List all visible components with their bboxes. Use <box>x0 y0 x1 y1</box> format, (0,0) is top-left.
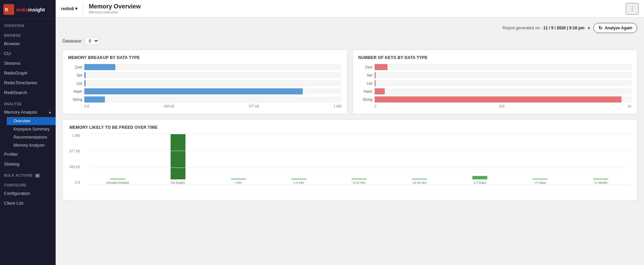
hbar-row-hash: Hash <box>68 88 342 94</box>
hbar-fill <box>84 96 105 102</box>
logo-text: redisinsight <box>16 7 45 12</box>
hbar-row-string: String <box>68 96 342 102</box>
sidebar-item-browser[interactable]: Browser <box>0 39 56 49</box>
vbar-already-expired: Already Expired <box>88 134 147 184</box>
vbar-x-label: Already Expired <box>106 181 129 184</box>
x-label: 1 MB <box>333 105 341 108</box>
hbar-track <box>84 96 342 102</box>
sidebar-item-memory-analysis[interactable]: Memory Analysis ▲ <box>0 107 56 117</box>
charts-row: MEMORY BREAKUP BY DATA TYPE Zset Set <box>62 50 637 114</box>
vbar-x-label: <1hr <box>235 181 241 184</box>
grid-line <box>88 134 630 134</box>
vbar-x-label: 12-24 Hrs <box>412 181 427 184</box>
vbar-bar <box>352 179 367 179</box>
hbar-label: String <box>68 97 82 101</box>
hbar-fill <box>84 72 86 78</box>
vbar-bar <box>472 176 487 179</box>
page-title-block: Memory Overview Memory overview <box>89 3 141 14</box>
vbar-bar <box>412 179 427 179</box>
vbar-x-label: 1-7 Days <box>473 181 486 184</box>
sidebar-item-recommendations[interactable]: Recommendations <box>7 133 56 141</box>
database-label: Database: <box>62 38 82 43</box>
logo: R redisinsight <box>0 0 56 19</box>
sidebar-item-configuration[interactable]: Configuration <box>0 188 56 198</box>
sidebar-item-profiler[interactable]: Profiler <box>0 149 56 159</box>
hbar-track <box>84 80 342 86</box>
sidebar-item-overview[interactable]: Overview <box>7 117 56 125</box>
hbar-fill <box>375 88 385 94</box>
report-dropdown-button[interactable]: ▾ <box>588 25 590 31</box>
x-label: 1K <box>627 105 632 108</box>
vbar-bar <box>593 179 608 179</box>
memory-breakup-chart: MEMORY BREAKUP BY DATA TYPE Zset Set <box>62 50 347 114</box>
sidebar-item-streams[interactable]: Streams <box>0 58 56 68</box>
chart3-area: 1 MB 977 kB 488 kB 0 B Already Expired <box>69 134 630 195</box>
chart1-bars: Zset Set List <box>68 64 342 108</box>
vbar-4-12hrs: 4-12 Hrs <box>329 134 388 184</box>
hbar-fill <box>84 80 86 86</box>
vbar-no-expiry: No Expiry <box>148 134 207 184</box>
section-analyse: ANALYSE <box>0 97 56 107</box>
hbar-track <box>375 72 632 78</box>
analyze-again-button[interactable]: ↻ Analyze Again <box>593 23 637 33</box>
sidebar: R redisinsight OVERVIEW BROWSE Browser C… <box>0 0 56 265</box>
hbar-label: String <box>358 97 373 101</box>
hbar-label: List <box>358 81 373 85</box>
chart2-bars: Zset Set List <box>358 64 632 108</box>
x-label: 0 B <box>84 105 89 108</box>
sidebar-item-cli[interactable]: CLI <box>0 49 56 58</box>
section-overview: OVERVIEW <box>0 19 56 29</box>
sidebar-item-memory-analyzer[interactable]: Memory Analyzer <box>7 141 56 149</box>
y-label: 977 kB <box>69 149 80 153</box>
vbar-1plus-month: >1 Month <box>571 134 630 184</box>
grid-line <box>88 184 630 185</box>
hbar-track <box>84 64 342 70</box>
chart2-x-axis: 0 500 1K <box>358 105 632 108</box>
x-label: 0 <box>375 105 377 108</box>
sidebar-item-redisearch[interactable]: RediSearch <box>0 88 56 97</box>
page-title: Memory Overview <box>89 3 141 10</box>
hbar-fill <box>375 80 376 86</box>
chart2-title: NUMBER OF KEYS BY DATA TYPE <box>358 55 632 60</box>
database-select[interactable]: 0 1 2 <box>85 37 99 45</box>
hbar-label: List <box>68 81 82 85</box>
memory-analysis-sub: Overview Keyspace Summary Recommendation… <box>0 117 56 149</box>
connection-label: redis6 <box>61 6 74 11</box>
vbar-12-24hrs: 12-24 Hrs <box>390 134 449 184</box>
hbar-label: Hash <box>358 89 373 93</box>
hbar-fill <box>375 64 387 70</box>
vbar-bar <box>533 179 548 179</box>
database-row: Database: 0 1 2 <box>62 37 637 45</box>
vbar-x-label: >1 Month <box>594 181 607 184</box>
vbar-bar <box>171 134 185 179</box>
sidebar-item-redistimeseries[interactable]: RedisTimeSeries <box>0 78 56 88</box>
connection-name[interactable]: redis6 ▾ <box>61 6 78 11</box>
report-bar: Report generated on - 11 / 5 / 2020 | 5:… <box>62 23 637 33</box>
hbar-label: Zset <box>358 65 373 69</box>
report-time: Report generated on - 11 / 5 / 2020 | 5:… <box>503 26 585 30</box>
y-label: 0 B <box>75 181 80 184</box>
sidebar-item-client-list[interactable]: Client List <box>0 198 56 208</box>
grid-line <box>88 168 630 168</box>
x-label: 500 <box>499 105 505 108</box>
sidebar-item-keyspace-summary[interactable]: Keyspace Summary <box>7 125 56 133</box>
hbar-track <box>375 96 632 102</box>
sidebar-item-redisgraph[interactable]: RedisGraph <box>0 68 56 78</box>
chart1-x-axis: 0 B 488 kB 977 kB 1 MB <box>68 105 342 108</box>
hbar-track <box>375 88 632 94</box>
svg-text:R: R <box>5 7 8 12</box>
hbar-row-hash: Hash <box>358 88 632 94</box>
hbar-track <box>375 64 632 70</box>
hbar-label: Hash <box>68 89 82 93</box>
sidebar-item-slowlog[interactable]: Slowlog <box>0 159 56 169</box>
vbar-x-label: No Expiry <box>171 181 185 184</box>
vbar-bar <box>291 179 306 179</box>
vbar-x-label: >7 Days <box>534 181 546 184</box>
chart3-bars: Already Expired No Expiry <1hr <box>88 134 630 184</box>
more-options-button[interactable]: ⋮ <box>626 3 639 14</box>
hbar-row-string: String <box>358 96 632 102</box>
keys-by-type-chart: NUMBER OF KEYS BY DATA TYPE Zset Set <box>353 50 638 114</box>
analyze-btn-label: Analyze Again <box>605 26 632 30</box>
vbar-1hr: <1hr <box>209 134 268 184</box>
connection-bar: redis6 ▾ Memory Overview Memory overview… <box>56 0 644 18</box>
